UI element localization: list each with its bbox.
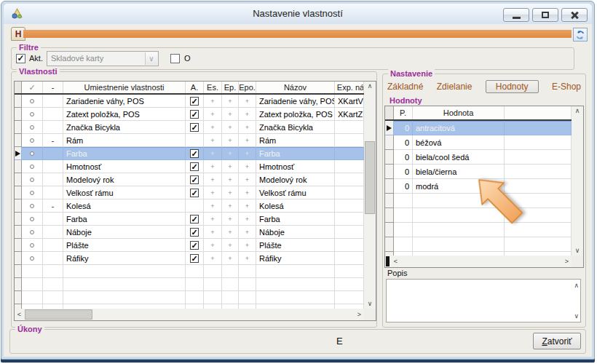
column-header-epo[interactable]: Epo. <box>239 82 256 93</box>
scroll-down-icon[interactable]: ∨ <box>364 299 376 309</box>
scroll-down-icon[interactable]: ∨ <box>572 246 583 256</box>
property-row[interactable]: Značka Bicykla✓+++Značka Bicykla <box>15 121 364 134</box>
active-checkbox[interactable]: ✓ <box>190 97 199 106</box>
value-row[interactable]: 0béžová <box>385 135 572 150</box>
scroll-up-icon[interactable]: ∧ <box>574 282 579 289</box>
active-checkbox[interactable]: ✓ <box>190 241 199 250</box>
empty-cell <box>222 265 239 278</box>
value-cell-sel <box>385 121 394 135</box>
active-checkbox[interactable]: ✓ <box>190 110 199 119</box>
scroll-up-icon[interactable]: ∧ <box>364 82 376 91</box>
column-header-placement[interactable]: Umiestnenie vlastnosti <box>63 82 186 93</box>
property-row[interactable]: -Rám+++Rám <box>15 134 364 147</box>
property-row[interactable]: Ráfiky✓+++Ráfiky <box>15 252 364 265</box>
property-row[interactable]: Náboje✓+++Náboje <box>15 226 364 239</box>
description-textarea[interactable]: ∧ ∨ <box>386 279 581 323</box>
column-header-a[interactable]: A. <box>186 82 204 93</box>
tab-zdielanie[interactable]: Zdielanie <box>437 80 473 93</box>
property-cell-check <box>22 108 43 121</box>
active-checkbox[interactable]: ✓ <box>190 175 199 184</box>
column-header-check[interactable]: ✓ <box>22 82 43 93</box>
property-row[interactable]: Zariadenie váhy, POS✓+++Zariadenie váhy,… <box>15 95 364 108</box>
values-hscrollbar[interactable]: < > <box>385 256 572 267</box>
o-checkbox-label: O <box>184 54 191 63</box>
filter-combo[interactable]: Skladové karty ∨ <box>47 51 159 66</box>
property-cell-name: Plášte <box>256 239 335 252</box>
scroll-down-icon[interactable]: ∨ <box>574 312 579 320</box>
property-row[interactable]: Zatext položka, POS✓+++Zatext položka, P… <box>15 108 364 121</box>
properties-vscrollbar[interactable]: ∧ ∨ <box>364 82 376 309</box>
column-header-dash[interactable]: - <box>43 82 63 93</box>
value-cell-trail <box>505 121 572 135</box>
scroll-up-icon[interactable]: ∧ <box>572 106 583 116</box>
empty-cell <box>15 291 22 304</box>
column-header-sel[interactable] <box>385 106 394 119</box>
flag-plus-icon: + <box>228 215 232 223</box>
value-row[interactable]: 0modrá <box>385 179 572 194</box>
empty-row <box>15 291 364 304</box>
tab-z-kladn-[interactable]: Základné <box>387 80 423 93</box>
column-header-name[interactable]: Názov <box>256 82 335 93</box>
value-row[interactable]: 0biela/čierna <box>385 165 572 179</box>
active-checkbox[interactable]: ✓ <box>190 162 199 171</box>
property-row[interactable]: Velkosť rámu✓+++Velkosť rámu <box>15 186 364 199</box>
properties-group-label: Vlastnosti <box>17 66 60 76</box>
property-row[interactable]: Hmotnosť✓+++Hmotnosť <box>15 160 364 173</box>
column-header-sel[interactable] <box>15 82 22 93</box>
flag-plus-icon: + <box>245 255 249 262</box>
scroll-left-icon[interactable]: < <box>15 309 24 320</box>
active-checkbox[interactable]: ✓ <box>190 254 199 263</box>
property-cell-es: + <box>204 108 222 121</box>
combo-dropdown-button[interactable]: ∨ <box>145 52 157 65</box>
property-cell-placement: Zariadenie váhy, POS <box>63 95 186 108</box>
active-checkbox[interactable]: ✓ <box>190 215 199 223</box>
active-checkbox[interactable]: ✓ <box>190 123 199 132</box>
close-button[interactable] <box>561 8 588 22</box>
properties-hscroll-thumb[interactable] <box>25 309 92 320</box>
flag-plus-icon: + <box>245 176 249 183</box>
column-header-ep[interactable]: Ep. <box>222 82 239 93</box>
property-row[interactable]: Farba✓+++Farba <box>15 147 364 160</box>
flag-plus-icon: + <box>245 163 249 170</box>
values-vscrollbar[interactable]: ∧ ∨ <box>572 106 583 256</box>
value-row[interactable]: 0antracitová <box>385 121 572 135</box>
maximize-button[interactable] <box>532 8 558 22</box>
akt-checkbox[interactable]: ✓ <box>16 54 25 63</box>
active-checkbox[interactable]: ✓ <box>190 228 199 237</box>
empty-cell <box>335 265 364 278</box>
active-checkbox[interactable]: ✓ <box>190 189 199 197</box>
o-checkbox[interactable] <box>170 54 180 63</box>
properties-hscrollbar[interactable]: < > <box>15 309 364 320</box>
property-row[interactable]: Plášte✓+++Plášte <box>15 239 364 252</box>
empty-cell <box>222 278 239 291</box>
properties-vscroll-thumb[interactable] <box>365 141 375 214</box>
scroll-right-icon[interactable]: > <box>562 256 572 267</box>
refresh-button[interactable] <box>573 28 588 41</box>
scroll-left-icon[interactable]: < <box>391 256 400 267</box>
column-header-exp[interactable]: Exp. ná <box>335 82 364 93</box>
column-header-trail[interactable] <box>505 106 572 119</box>
property-cell-check <box>22 213 43 226</box>
empty-cell <box>186 265 204 278</box>
tab-e-shop[interactable]: E-Shop <box>552 80 581 93</box>
scroll-right-icon[interactable]: > <box>355 309 364 320</box>
property-cell-ep: + <box>222 108 239 121</box>
column-header-es[interactable]: Es. <box>204 82 222 93</box>
minimize-button[interactable] <box>503 8 529 22</box>
properties-group: Vlastnosti ✓-Umiestnenie vlastnostiA.Es.… <box>11 71 377 328</box>
column-header-p[interactable]: P. <box>394 106 413 119</box>
column-header-value[interactable]: Hodnota <box>413 106 505 119</box>
empty-cell <box>239 265 256 278</box>
tab-hodnoty[interactable]: Hodnoty <box>486 80 539 93</box>
property-row[interactable]: Farba✓+++Farba <box>15 213 364 226</box>
property-cell-dash <box>43 108 63 121</box>
property-row[interactable]: Modelový rok✓+++Modelový rok <box>15 173 364 186</box>
value-row[interactable]: 0biela/cool šedá <box>385 150 572 165</box>
values-hscroll-thumb[interactable] <box>386 256 390 266</box>
property-row[interactable]: -Kolesá+++Kolesá <box>15 199 364 213</box>
property-cell-dash <box>43 213 63 226</box>
active-checkbox[interactable]: ✓ <box>190 149 199 158</box>
empty-cell <box>15 265 22 278</box>
close-dialog-button[interactable]: Zatvoriť <box>533 333 581 349</box>
empty-cell <box>413 208 505 223</box>
